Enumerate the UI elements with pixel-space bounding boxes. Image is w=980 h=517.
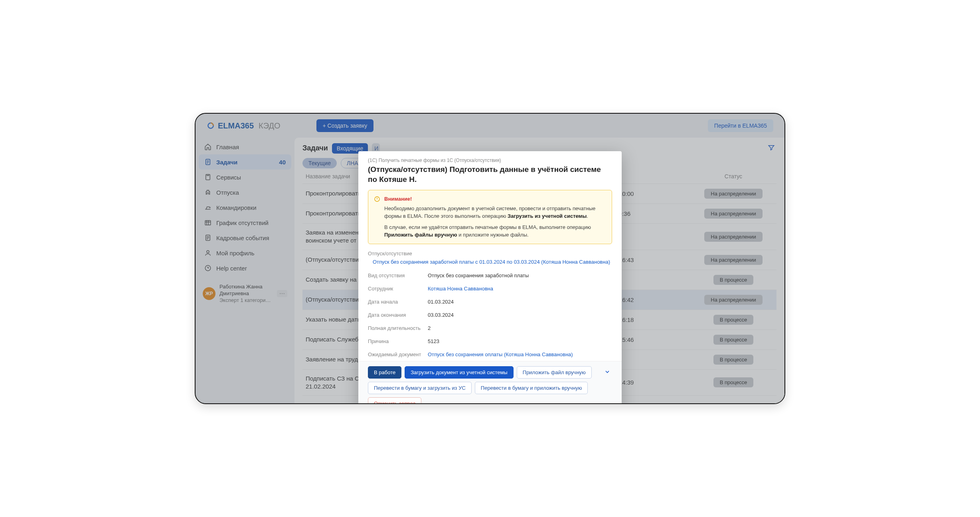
field-value: 2 — [428, 325, 612, 331]
field-value: 01.03.2024 — [428, 299, 612, 305]
field-value: 5123 — [428, 338, 612, 344]
attach-file-button[interactable]: Приложить файл вручную — [517, 366, 592, 379]
field-label: Вид отсутствия — [368, 272, 428, 278]
section-label: Отпуск/отсутствие — [368, 251, 612, 257]
field-label: Полная длительность — [368, 325, 428, 331]
modal-breadcrumb: (1С) Получить печатные формы из 1С (Отпу… — [368, 158, 612, 163]
field-row: Полная длительность 2 — [368, 322, 612, 335]
field-value[interactable]: Котяша Нонна Саввановна — [428, 286, 612, 292]
chevron-down-icon[interactable] — [603, 367, 612, 378]
modal-footer: В работе Загрузить документ из учетной с… — [358, 361, 622, 404]
field-row: Дата окончания 03.03.2024 — [368, 308, 612, 322]
field-list: Вид отсутствия Отпуск без сохранения зар… — [368, 269, 612, 361]
absence-link[interactable]: Отпуск без сохранения заработной платы с… — [368, 259, 612, 265]
warning-icon — [374, 196, 380, 202]
field-label: Сотрудник — [368, 286, 428, 292]
field-label: Дата окончания — [368, 312, 428, 318]
field-label: Дата начала — [368, 299, 428, 305]
alert-p1: Необходимо дозаполнить документ в учетно… — [384, 205, 606, 220]
field-value: 03.03.2024 — [428, 312, 612, 318]
field-row: Вид отсутствия Отпуск без сохранения зар… — [368, 269, 612, 282]
field-row: Ожидаемый документ Отпуск без сохранения… — [368, 348, 612, 361]
field-label: Ожидаемый документ — [368, 351, 428, 357]
paper-attach-button[interactable]: Перевести в бумагу и приложить вручную — [475, 382, 588, 394]
field-value[interactable]: Отпуск без сохранения оплаты (Котяша Нон… — [428, 351, 612, 357]
field-row: Сотрудник Котяша Нонна Саввановна — [368, 282, 612, 295]
field-value: Отпуск без сохранения заработной платы — [428, 272, 612, 278]
in-work-button[interactable]: В работе — [368, 366, 401, 379]
field-row: Причина 5123 — [368, 335, 612, 348]
field-label: Причина — [368, 338, 428, 344]
cancel-request-button[interactable]: Отменить запрос — [368, 397, 421, 404]
paper-load-button[interactable]: Перевести в бумагу и загрузить из УС — [368, 382, 472, 394]
alert-p2: В случае, если не удаётся отправить печа… — [384, 223, 606, 239]
load-doc-button[interactable]: Загрузить документ из учетной системы — [405, 366, 514, 379]
modal-title: (Отпуска/отсутствия) Подготовить данные … — [368, 165, 612, 184]
alert-box: Внимание! Необходимо дозаполнить докумен… — [368, 190, 612, 244]
field-row: Дата начала 01.03.2024 — [368, 295, 612, 308]
alert-title: Внимание! — [384, 195, 606, 203]
task-modal: (1С) Получить печатные формы из 1С (Отпу… — [358, 151, 622, 404]
